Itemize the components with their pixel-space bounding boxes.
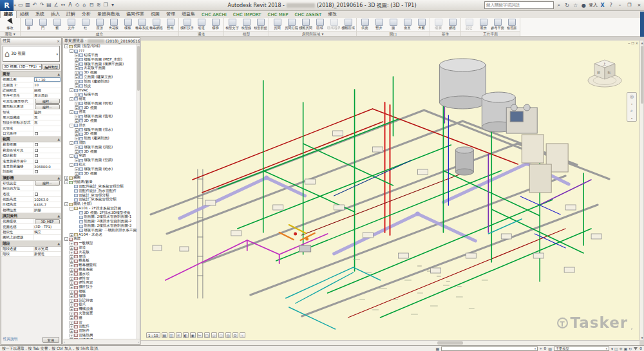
ribbon-button[interactable]: 標籤房間	[299, 19, 312, 30]
tree-item[interactable]: -族群	[64, 237, 137, 242]
ribbon-button[interactable]: 房間	[270, 19, 284, 30]
ribbon-button[interactable]: 屋頂	[93, 19, 106, 30]
expand-toggle-icon[interactable]: +	[70, 307, 73, 311]
expand-toggle-icon[interactable]: +	[70, 290, 73, 294]
ribbon-tab[interactable]: 插入	[48, 10, 63, 18]
ribbon-button[interactable]: 天花板	[107, 19, 120, 30]
ribbon-button[interactable]: 元件	[64, 19, 78, 30]
ribbon-button[interactable]: 區域	[313, 19, 327, 30]
tree-item[interactable]: +樓板平面圖 (弱電)	[64, 101, 137, 106]
design-options-icon[interactable]: ▧	[548, 346, 552, 351]
ribbon-button[interactable]: 坡道	[194, 19, 208, 30]
close-button[interactable]: ×	[635, 1, 643, 10]
ribbon-tab[interactable]: 管理	[163, 10, 178, 18]
property-value[interactable]: 304800.0	[33, 164, 61, 169]
property-value[interactable]	[33, 142, 61, 147]
ribbon-button[interactable]: 模型線	[240, 19, 253, 30]
checkbox[interactable]	[35, 132, 38, 135]
expand-toggle-icon[interactable]: -	[70, 110, 73, 114]
render-icon[interactable]: ◉	[190, 332, 196, 338]
ribbon-button[interactable]: 標籤區域	[341, 19, 355, 30]
exchange-apps-icon[interactable]: X	[599, 3, 606, 8]
filter-icon[interactable]	[634, 347, 638, 350]
expand-toggle-icon[interactable]: +	[70, 321, 73, 325]
type-selector-arrow-icon[interactable]: ▾	[56, 52, 58, 56]
expand-toggle-icon[interactable]: -	[70, 88, 73, 92]
tree-item[interactable]: -???	[64, 49, 137, 53]
customize-qat-icon[interactable]: ▾	[109, 1, 117, 9]
tree-item[interactable]: +結構平面	[64, 93, 137, 97]
checkbox[interactable]	[35, 160, 38, 163]
redo-icon[interactable]: ↷	[39, 1, 46, 9]
app-menu-arrow-icon[interactable]: ▾	[14, 3, 16, 7]
background-process-icon[interactable]: ▣	[624, 346, 628, 351]
editable-only-icon[interactable]: ▾	[611, 346, 613, 351]
tree-item[interactable]: +坡道	[64, 246, 137, 251]
edit-button[interactable]: 編輯...	[35, 104, 60, 109]
tree-item[interactable]: +天花板	[64, 250, 137, 254]
expand-toggle-icon[interactable]: +	[75, 53, 79, 57]
edit-button[interactable]: 3D_MEP	[35, 219, 60, 223]
expand-toggle-icon[interactable]: +	[75, 84, 79, 88]
tree-item[interactable]: +樓梯	[64, 294, 137, 298]
ribbon-button[interactable]: 豎井	[372, 19, 386, 30]
checkbox[interactable]	[35, 143, 38, 146]
scroll-up-icon[interactable]: ▲	[640, 41, 644, 45]
ribbon-tab[interactable]: 結構	[17, 10, 32, 18]
ribbon-tab[interactable]: CHC IMPORT	[230, 12, 265, 18]
expand-toggle-icon[interactable]: +	[70, 329, 73, 333]
property-value[interactable]	[33, 158, 61, 163]
browser-horizontal-scrollbar[interactable]: ‹ ›	[63, 339, 140, 344]
property-value[interactable]: 無	[33, 115, 61, 120]
expand-toggle-icon[interactable]: +	[70, 299, 73, 303]
ribbon-button[interactable]: 門	[36, 19, 50, 30]
tree-item[interactable]: +剖面 (建築剖面)	[64, 137, 137, 141]
drawing-area[interactable]: 上 前 右 ◎▾⌕▾ ─ ❐ ✕ 1 : 10 ▤◫☼◐◉✂▢◇◌◎⊙‹ T T…	[141, 41, 639, 340]
tag-by-category-icon[interactable]: ◇	[74, 1, 81, 9]
ribbon-button[interactable]: 牆	[22, 19, 35, 30]
property-value[interactable]: (3D - TP1)	[33, 224, 61, 229]
expand-toggle-icon[interactable]: +	[70, 268, 73, 272]
tree-item[interactable]: +樓板平面圖 (給水)	[64, 167, 137, 171]
search-icon[interactable]: ⌕	[555, 2, 562, 8]
ribbon-tab[interactable]: 量體與敷地	[94, 10, 123, 18]
property-value[interactable]: 編輯...	[33, 99, 61, 104]
worksets-icon[interactable]: ▦	[435, 346, 439, 351]
tree-item[interactable]: -視圖 (類型/領域)	[64, 44, 137, 49]
ribbon-tab[interactable]: CHC MEP	[265, 12, 292, 18]
restore-view-icon[interactable]: ❐	[631, 41, 634, 45]
ribbon-button[interactable]: 樓梯	[209, 19, 222, 30]
property-value[interactable]: 10263.9	[33, 197, 61, 202]
tree-item[interactable]: +管附件	[64, 329, 137, 334]
expand-toggle-icon[interactable]: +	[70, 263, 73, 267]
ribbon-tab[interactable]: 系統	[32, 10, 48, 18]
ribbon-button[interactable]: 牆	[386, 19, 400, 30]
ribbon-button[interactable]: 檢視器	[505, 19, 518, 30]
expand-toggle-icon[interactable]: -	[64, 180, 68, 184]
crop-view-icon[interactable]: ✂	[197, 332, 203, 338]
help-icon[interactable]: ?	[607, 3, 614, 8]
scroll-right-icon[interactable]: ›	[138, 340, 139, 344]
properties-help-link[interactable]: 性質說明	[3, 337, 17, 342]
tree-item[interactable]: +管	[64, 320, 137, 325]
property-value[interactable]: 無	[33, 120, 61, 125]
canvas-horizontal-scrollbar[interactable]	[141, 340, 639, 345]
favorites-star-icon[interactable]: ☆	[572, 3, 579, 8]
ribbon-button[interactable]: 窗	[50, 19, 64, 30]
ribbon-button[interactable]: 帷幕系統	[135, 19, 149, 30]
show-crop-icon[interactable]: ▢	[204, 332, 210, 338]
press-drag-icon[interactable]: ✛	[620, 346, 623, 351]
dropdown-arrow-icon[interactable]: ▾	[631, 102, 632, 106]
sun-path-icon[interactable]: ☼	[176, 332, 182, 338]
tree-item[interactable]: +牆	[64, 316, 137, 320]
property-value[interactable]: 10	[33, 82, 61, 87]
ribbon-button[interactable]: 柱	[79, 19, 92, 30]
dropdown-arrow-icon[interactable]: ▾	[631, 117, 632, 120]
scroll-down-icon[interactable]: ▼	[640, 336, 644, 340]
expand-toggle-icon[interactable]: +	[75, 102, 79, 106]
tree-item[interactable]: +3D 視圖	[64, 119, 137, 124]
expand-toggle-icon[interactable]: +	[70, 303, 73, 307]
steering-wheel-icon[interactable]: ◎	[630, 94, 634, 99]
thin-lines-icon[interactable]: ≋	[95, 1, 102, 9]
edit-button[interactable]: 編輯...	[35, 181, 60, 185]
